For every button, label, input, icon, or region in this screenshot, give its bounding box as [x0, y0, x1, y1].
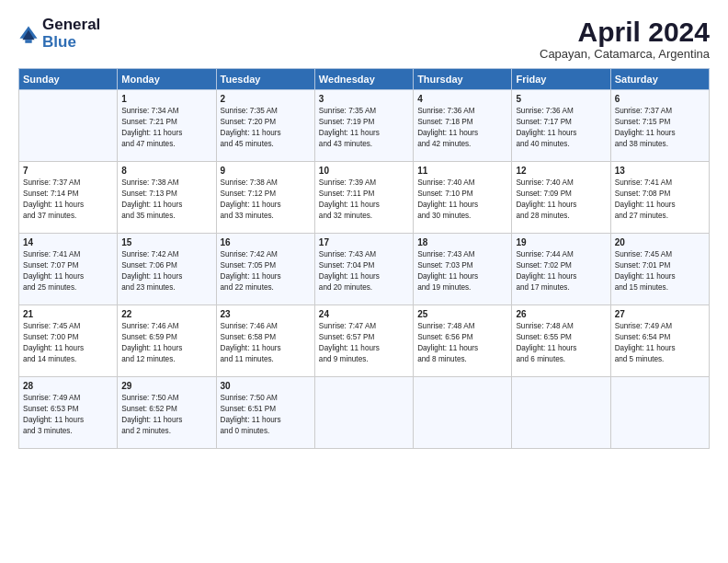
day-number: 9: [221, 166, 311, 176]
calendar-week-row: 28Sunrise: 7:49 AMSunset: 6:53 PMDayligh…: [19, 377, 710, 449]
logo: General Blue: [18, 17, 100, 51]
calendar-cell: 13Sunrise: 7:41 AMSunset: 7:08 PMDayligh…: [610, 162, 709, 234]
day-number: 25: [417, 309, 507, 319]
day-info: Sunrise: 7:36 AMSunset: 7:18 PMDaylight:…: [417, 106, 507, 150]
svg-rect-2: [25, 40, 31, 43]
day-number: 3: [319, 94, 409, 104]
calendar-cell: 16Sunrise: 7:42 AMSunset: 7:05 PMDayligh…: [216, 234, 314, 305]
calendar-cell: 6Sunrise: 7:37 AMSunset: 7:15 PMDaylight…: [610, 90, 709, 162]
day-number: 5: [516, 94, 606, 104]
day-info: Sunrise: 7:49 AMSunset: 6:53 PMDaylight:…: [23, 393, 113, 437]
calendar-cell: 3Sunrise: 7:35 AMSunset: 7:19 PMDaylight…: [314, 90, 413, 162]
header: General Blue April 2024 Capayan, Catamar…: [18, 17, 710, 61]
day-number: 20: [615, 237, 705, 247]
day-number: 13: [615, 166, 705, 176]
day-number: 1: [121, 94, 211, 104]
day-info: Sunrise: 7:46 AMSunset: 6:58 PMDaylight:…: [221, 321, 311, 365]
day-info: Sunrise: 7:43 AMSunset: 7:03 PMDaylight:…: [417, 249, 507, 293]
calendar-cell: 22Sunrise: 7:46 AMSunset: 6:59 PMDayligh…: [118, 305, 216, 377]
day-number: 16: [221, 237, 311, 247]
day-info: Sunrise: 7:47 AMSunset: 6:57 PMDaylight:…: [319, 321, 409, 365]
day-info: Sunrise: 7:37 AMSunset: 7:15 PMDaylight:…: [615, 106, 705, 150]
day-number: 6: [615, 94, 705, 104]
page: General Blue April 2024 Capayan, Catamar…: [0, 0, 728, 563]
day-info: Sunrise: 7:41 AMSunset: 7:07 PMDaylight:…: [23, 249, 113, 293]
day-number: 27: [615, 309, 705, 319]
calendar-cell: 21Sunrise: 7:45 AMSunset: 7:00 PMDayligh…: [19, 305, 118, 377]
calendar-cell: 24Sunrise: 7:47 AMSunset: 6:57 PMDayligh…: [314, 305, 413, 377]
calendar-cell: 27Sunrise: 7:49 AMSunset: 6:54 PMDayligh…: [610, 305, 709, 377]
weekday-header: Sunday: [19, 69, 118, 90]
day-info: Sunrise: 7:38 AMSunset: 7:12 PMDaylight:…: [221, 178, 311, 222]
day-info: Sunrise: 7:49 AMSunset: 6:54 PMDaylight:…: [615, 321, 705, 365]
day-info: Sunrise: 7:45 AMSunset: 7:00 PMDaylight:…: [23, 321, 113, 365]
calendar-cell: [610, 377, 709, 449]
day-info: Sunrise: 7:38 AMSunset: 7:13 PMDaylight:…: [121, 178, 211, 222]
day-number: 8: [121, 166, 211, 176]
location: Capayan, Catamarca, Argentina: [540, 47, 710, 61]
calendar-week-row: 21Sunrise: 7:45 AMSunset: 7:00 PMDayligh…: [19, 305, 710, 377]
calendar-cell: 8Sunrise: 7:38 AMSunset: 7:13 PMDaylight…: [118, 162, 216, 234]
day-number: 14: [23, 237, 113, 247]
calendar-week-row: 1Sunrise: 7:34 AMSunset: 7:21 PMDaylight…: [19, 90, 710, 162]
calendar-cell: 11Sunrise: 7:40 AMSunset: 7:10 PMDayligh…: [414, 162, 512, 234]
calendar-cell: 12Sunrise: 7:40 AMSunset: 7:09 PMDayligh…: [512, 162, 610, 234]
calendar-cell: 20Sunrise: 7:45 AMSunset: 7:01 PMDayligh…: [610, 234, 709, 305]
title-block: April 2024 Capayan, Catamarca, Argentina: [540, 17, 710, 61]
day-info: Sunrise: 7:39 AMSunset: 7:11 PMDaylight:…: [319, 178, 409, 222]
weekday-header: Thursday: [414, 69, 512, 90]
calendar-cell: 15Sunrise: 7:42 AMSunset: 7:06 PMDayligh…: [118, 234, 216, 305]
weekday-header: Tuesday: [216, 69, 314, 90]
calendar-cell: 7Sunrise: 7:37 AMSunset: 7:14 PMDaylight…: [19, 162, 118, 234]
calendar-cell: [512, 377, 610, 449]
day-info: Sunrise: 7:42 AMSunset: 7:06 PMDaylight:…: [121, 249, 211, 293]
calendar-week-row: 14Sunrise: 7:41 AMSunset: 7:07 PMDayligh…: [19, 234, 710, 305]
weekday-header: Saturday: [610, 69, 709, 90]
day-number: 22: [121, 309, 211, 319]
day-number: 18: [417, 237, 507, 247]
calendar-cell: 4Sunrise: 7:36 AMSunset: 7:18 PMDaylight…: [414, 90, 512, 162]
calendar-table: SundayMondayTuesdayWednesdayThursdayFrid…: [18, 68, 710, 449]
calendar-cell: 1Sunrise: 7:34 AMSunset: 7:21 PMDaylight…: [118, 90, 216, 162]
day-number: 29: [121, 381, 211, 391]
calendar-cell: 17Sunrise: 7:43 AMSunset: 7:04 PMDayligh…: [314, 234, 413, 305]
calendar-cell: 2Sunrise: 7:35 AMSunset: 7:20 PMDaylight…: [216, 90, 314, 162]
logo-icon: [18, 25, 39, 45]
day-info: Sunrise: 7:36 AMSunset: 7:17 PMDaylight:…: [516, 106, 606, 150]
day-number: 15: [121, 237, 211, 247]
day-number: 23: [221, 309, 311, 319]
day-number: 24: [319, 309, 409, 319]
calendar-cell: 25Sunrise: 7:48 AMSunset: 6:56 PMDayligh…: [414, 305, 512, 377]
day-number: 2: [221, 94, 311, 104]
day-number: 12: [516, 166, 606, 176]
calendar-week-row: 7Sunrise: 7:37 AMSunset: 7:14 PMDaylight…: [19, 162, 710, 234]
day-info: Sunrise: 7:37 AMSunset: 7:14 PMDaylight:…: [23, 178, 113, 222]
day-info: Sunrise: 7:40 AMSunset: 7:10 PMDaylight:…: [417, 178, 507, 222]
day-info: Sunrise: 7:46 AMSunset: 6:59 PMDaylight:…: [121, 321, 211, 365]
logo-general: General: [42, 17, 100, 34]
day-info: Sunrise: 7:50 AMSunset: 6:51 PMDaylight:…: [221, 393, 311, 437]
calendar-cell: 18Sunrise: 7:43 AMSunset: 7:03 PMDayligh…: [414, 234, 512, 305]
day-number: 30: [221, 381, 311, 391]
calendar-cell: 9Sunrise: 7:38 AMSunset: 7:12 PMDaylight…: [216, 162, 314, 234]
day-info: Sunrise: 7:45 AMSunset: 7:01 PMDaylight:…: [615, 249, 705, 293]
day-number: 19: [516, 237, 606, 247]
day-number: 26: [516, 309, 606, 319]
day-number: 4: [417, 94, 507, 104]
day-number: 28: [23, 381, 113, 391]
day-info: Sunrise: 7:40 AMSunset: 7:09 PMDaylight:…: [516, 178, 606, 222]
day-info: Sunrise: 7:34 AMSunset: 7:21 PMDaylight:…: [121, 106, 211, 150]
day-info: Sunrise: 7:35 AMSunset: 7:20 PMDaylight:…: [221, 106, 311, 150]
day-info: Sunrise: 7:48 AMSunset: 6:55 PMDaylight:…: [516, 321, 606, 365]
day-info: Sunrise: 7:48 AMSunset: 6:56 PMDaylight:…: [417, 321, 507, 365]
day-info: Sunrise: 7:43 AMSunset: 7:04 PMDaylight:…: [319, 249, 409, 293]
calendar-cell: 30Sunrise: 7:50 AMSunset: 6:51 PMDayligh…: [216, 377, 314, 449]
day-number: 7: [23, 166, 113, 176]
day-number: 10: [319, 166, 409, 176]
calendar-cell: [414, 377, 512, 449]
calendar-cell: [19, 90, 118, 162]
calendar-cell: 29Sunrise: 7:50 AMSunset: 6:52 PMDayligh…: [118, 377, 216, 449]
calendar-cell: 14Sunrise: 7:41 AMSunset: 7:07 PMDayligh…: [19, 234, 118, 305]
calendar-cell: 28Sunrise: 7:49 AMSunset: 6:53 PMDayligh…: [19, 377, 118, 449]
month-title: April 2024: [540, 17, 710, 47]
